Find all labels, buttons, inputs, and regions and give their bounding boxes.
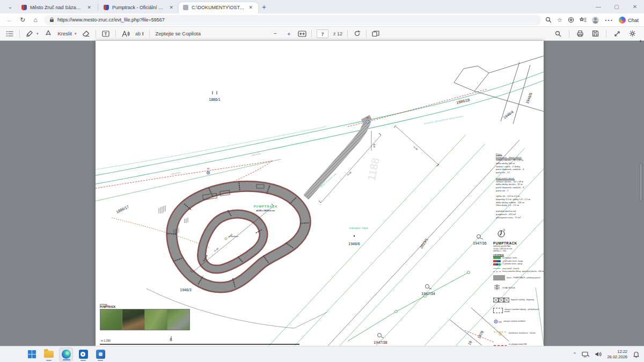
url-text: https://www.mesto-zruc.cz/evt_file.php?f… bbox=[57, 17, 165, 23]
clock[interactable]: 12:22 26.02.2026 bbox=[607, 349, 627, 359]
parcel-label: 1946/5 bbox=[525, 92, 533, 105]
windows-logo-icon bbox=[28, 350, 36, 358]
draw-caret-icon[interactable]: ▾ bbox=[75, 32, 77, 36]
tray-expand-chevron-icon[interactable]: ⌃ bbox=[573, 352, 577, 357]
zoom-in-icon[interactable]: ＋ bbox=[284, 29, 293, 38]
svg-text:S: S bbox=[503, 229, 505, 232]
pumptrack-title-label: PUMPTRACK bbox=[254, 205, 278, 208]
outlook-icon bbox=[79, 350, 88, 359]
edge-icon bbox=[62, 350, 71, 359]
device-monitor-icon[interactable] bbox=[582, 351, 589, 358]
site-plan-drawing: 1188 bbox=[96, 41, 544, 346]
road-label: stávající příjezdová komunikace bbox=[423, 115, 464, 125]
tab-close-icon[interactable]: ✕ bbox=[247, 5, 254, 10]
legend-power-icon bbox=[493, 339, 507, 346]
legend-swatch-cut bbox=[493, 263, 501, 265]
favorites-bar-icon[interactable] bbox=[580, 17, 587, 23]
copilot-chat-button[interactable]: Chat bbox=[619, 17, 639, 24]
save-icon[interactable] bbox=[591, 29, 599, 38]
svg-text:VO: VO bbox=[499, 321, 502, 323]
outlook-button[interactable] bbox=[76, 348, 90, 361]
print-icon[interactable] bbox=[576, 29, 584, 38]
new-tab-button[interactable]: ＋ bbox=[258, 1, 270, 13]
cyklostezka-label: cyklostezka bbox=[170, 172, 180, 175]
refresh-icon[interactable]: ↻ bbox=[16, 14, 29, 25]
close-button[interactable]: ✕ bbox=[626, 0, 644, 13]
file-explorer-button[interactable] bbox=[42, 348, 56, 361]
draw-pen-icon[interactable] bbox=[44, 29, 53, 38]
tab-pdf-active[interactable]: C:\DOKUMENTY\OSTATNI\ZRUC II ✕ bbox=[179, 2, 258, 13]
tab-pumptrack[interactable]: Pumptrack - Oficiální stránky měst ✕ bbox=[99, 2, 179, 13]
home-icon[interactable]: ⌂ bbox=[29, 14, 42, 25]
tab-close-icon[interactable]: ✕ bbox=[168, 5, 174, 10]
dim-label: 11,00 bbox=[413, 146, 418, 151]
find-in-doc-icon[interactable] bbox=[554, 29, 562, 38]
town-crest-favicon bbox=[21, 5, 27, 10]
tab-title: C:\DOKUMENTY\OSTATNI\ZRUC II bbox=[192, 5, 244, 10]
page-view-icon[interactable] bbox=[371, 29, 380, 38]
tab-search-chevron-icon[interactable]: ⌄ bbox=[3, 2, 17, 12]
scroll-up-icon[interactable]: ▲ bbox=[639, 39, 642, 42]
example-photos bbox=[100, 309, 190, 330]
fit-to-width-icon[interactable] bbox=[298, 29, 306, 38]
legend-berm-icon bbox=[493, 295, 509, 305]
pdf-viewport[interactable]: 1188 bbox=[0, 41, 644, 346]
settings-gear-icon[interactable] bbox=[628, 29, 636, 38]
translate-icon[interactable]: ab bbox=[135, 29, 144, 38]
taskbar: ⌃ 12:22 26.02.2026 bbox=[0, 346, 644, 362]
url-field[interactable]: https://www.mesto-zruc.cz/evt_file.php?f… bbox=[44, 15, 541, 25]
tray-date: 26.02.2026 bbox=[607, 354, 627, 359]
ask-copilot-button[interactable]: Zeptejte se Copilota bbox=[155, 31, 201, 36]
highlighter-icon[interactable] bbox=[25, 29, 34, 38]
tray-time: 12:22 bbox=[607, 349, 627, 354]
notification-bell-icon[interactable] bbox=[633, 351, 640, 358]
lock-icon bbox=[49, 17, 54, 23]
start-button[interactable] bbox=[25, 348, 39, 361]
edge-browser-button[interactable] bbox=[59, 348, 73, 361]
browser-essentials-icon[interactable] bbox=[568, 17, 574, 23]
read-aloud-icon[interactable] bbox=[121, 29, 130, 38]
back-icon[interactable]: ← bbox=[3, 14, 16, 25]
chat-label: Chat bbox=[628, 17, 639, 23]
app-button[interactable] bbox=[93, 348, 107, 361]
pdf-page-7: 1188 bbox=[96, 41, 544, 346]
legend-title: PUMPTRACK bbox=[493, 241, 544, 245]
borehole-icon bbox=[378, 235, 484, 338]
zoom-out-icon[interactable]: − bbox=[271, 29, 280, 38]
eraser-icon[interactable] bbox=[82, 29, 90, 38]
access-path bbox=[306, 120, 368, 197]
legend-swatch-asphalt bbox=[493, 275, 505, 280]
system-tray: ⌃ 12:22 26.02.2026 bbox=[573, 349, 640, 359]
fullscreen-icon[interactable] bbox=[613, 29, 621, 38]
favorite-star-icon[interactable]: ☆ bbox=[557, 17, 562, 24]
highlighter-caret-icon[interactable]: ▾ bbox=[36, 32, 39, 36]
maximize-button[interactable]: ▢ bbox=[608, 0, 626, 13]
tab-close-icon[interactable]: ✕ bbox=[86, 5, 92, 10]
parcel-label: 1946/4 bbox=[503, 110, 515, 120]
profile-avatar[interactable] bbox=[592, 17, 599, 24]
legend-block: S PUMPTRACK výškový systém Bpv ±0,00 = 3… bbox=[493, 228, 544, 346]
hala-label: stávající hala bbox=[349, 226, 368, 230]
speaker-icon[interactable] bbox=[595, 351, 602, 357]
legend-head: LEGENDA bbox=[493, 254, 544, 256]
scrollbar-thumb[interactable] bbox=[639, 163, 642, 202]
tab-separator bbox=[98, 4, 98, 10]
tab-mesto-zruc[interactable]: Město Zruč nad Sázavou - Připrav ✕ bbox=[17, 2, 97, 13]
draw-label[interactable]: Kreslit bbox=[58, 31, 72, 36]
browser-action-icons: ☆ ⋯ Chat bbox=[545, 15, 644, 25]
description-block: Popis: pumptrack - hlavní okruh: velikos… bbox=[496, 153, 544, 219]
vertical-scrollbar[interactable]: ▲ bbox=[638, 41, 643, 346]
window-controls: — ▢ ✕ bbox=[589, 0, 644, 13]
parcel-label: 1886/17 bbox=[115, 204, 129, 213]
minimize-button[interactable]: — bbox=[589, 0, 608, 13]
parcel-label: 1947/38 bbox=[374, 341, 387, 344]
rotate-icon[interactable] bbox=[353, 29, 361, 38]
toc-menu-icon[interactable] bbox=[5, 29, 14, 38]
search-icon[interactable] bbox=[545, 17, 552, 23]
north-letter: S bbox=[170, 338, 172, 342]
page-number-input[interactable]: 7 bbox=[317, 29, 328, 38]
legend-swatch-grass-line bbox=[493, 268, 501, 269]
parcel-label: 19 bbox=[467, 340, 473, 345]
text-box-icon[interactable] bbox=[101, 29, 110, 38]
more-menu-icon[interactable]: ⋯ bbox=[604, 15, 613, 25]
